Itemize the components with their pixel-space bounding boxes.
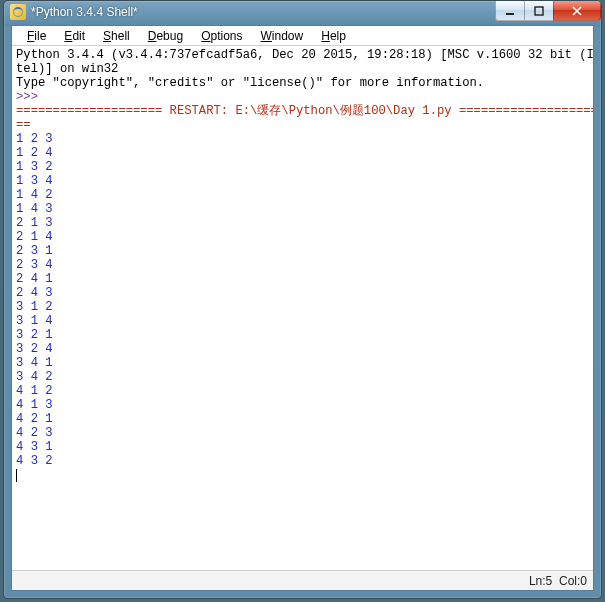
output-line: 4 3 1 [16,440,53,454]
restart-banner-tail: == [16,118,31,132]
output-line: 1 3 2 [16,160,53,174]
statusbar: Ln: 5 Col: 0 [12,570,593,590]
menu-shell[interactable]: Shell [94,27,139,45]
menubar: File Edit Shell Debug Options Window Hel… [12,26,593,46]
window-buttons [496,1,601,21]
menu-debug[interactable]: Debug [139,27,192,45]
restart-banner: ==================== RESTART: E:\缓存\Pyth… [16,104,593,118]
minimize-button[interactable] [495,1,525,21]
output-line: 1 4 3 [16,202,53,216]
maximize-button[interactable] [524,1,554,21]
output-line: 4 3 2 [16,454,53,468]
text-caret [16,469,17,482]
svg-rect-0 [506,13,514,15]
menu-options[interactable]: Options [192,27,251,45]
client-area: File Edit Shell Debug Options Window Hel… [11,25,594,591]
output-line: 4 1 3 [16,398,53,412]
output-line: 3 4 2 [16,370,53,384]
output-line: 2 4 1 [16,272,53,286]
output-line: 1 2 4 [16,146,53,160]
status-ln-label: Ln: [529,574,546,588]
output-line: 3 2 4 [16,342,53,356]
status-col-value: 0 [580,574,587,588]
python-icon [10,4,26,20]
output-line: 2 1 4 [16,230,53,244]
output-line: 2 4 3 [16,286,53,300]
intro-line: Python 3.4.4 (v3.4.4:737efcadf5a6, Dec 2… [16,48,593,62]
intro-line: tel)] on win32 [16,62,118,76]
menu-help[interactable]: Help [312,27,355,45]
output-line: 2 3 1 [16,244,53,258]
status-ln-value: 5 [546,574,553,588]
output-line: 3 1 2 [16,300,53,314]
menu-window[interactable]: Window [252,27,313,45]
output-line: 2 3 4 [16,258,53,272]
close-button[interactable] [553,1,601,21]
status-col-label: Col: [559,574,580,588]
prompt: >>> [16,90,45,104]
menu-edit[interactable]: Edit [55,27,94,45]
python-shell-window: *Python 3.4.4 Shell* File Edit Shell Deb… [3,0,602,599]
output-line: 3 1 4 [16,314,53,328]
output-line: 2 1 3 [16,216,53,230]
shell-output[interactable]: Python 3.4.4 (v3.4.4:737efcadf5a6, Dec 2… [12,46,593,570]
menu-file[interactable]: File [18,27,55,45]
svg-rect-1 [535,7,543,15]
intro-line: Type "copyright", "credits" or "license(… [16,76,484,90]
titlebar[interactable]: *Python 3.4.4 Shell* [4,1,601,23]
output-line: 1 2 3 [16,132,53,146]
output-line: 4 2 3 [16,426,53,440]
output-line: 3 4 1 [16,356,53,370]
output-line: 3 2 1 [16,328,53,342]
output-line: 1 3 4 [16,174,53,188]
output-line: 4 2 1 [16,412,53,426]
output-line: 1 4 2 [16,188,53,202]
output-line: 4 1 2 [16,384,53,398]
